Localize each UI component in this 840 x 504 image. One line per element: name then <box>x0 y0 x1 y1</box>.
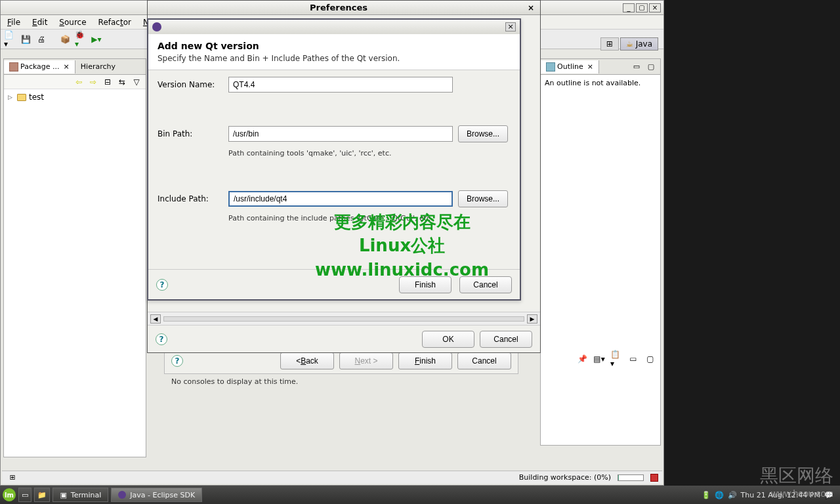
taskbar-eclipse[interactable]: Java - Eclipse SDK <box>111 488 202 502</box>
show-desktop-button[interactable]: ▭ <box>18 488 32 502</box>
bin-path-label: Bin Path: <box>158 129 223 138</box>
java-perspective[interactable]: ☕ Java <box>620 37 658 51</box>
package-tree[interactable]: ▷ test <box>4 89 146 457</box>
finish-button[interactable]: Finish <box>398 352 452 369</box>
next-button[interactable]: Next > <box>339 352 393 369</box>
package-tab-label: Package ... <box>20 62 60 71</box>
dialog-heading: Add new Qt version <box>158 41 511 51</box>
pin-console-icon[interactable]: 📌 <box>576 352 589 366</box>
build-icon[interactable]: 📦 <box>58 33 72 46</box>
link-icon[interactable]: ⇆ <box>116 75 129 89</box>
close-tab-icon[interactable]: × <box>587 62 593 71</box>
include-path-label: Include Path: <box>158 194 223 203</box>
corner-watermark: 黑区网络 www.heou.com <box>760 463 833 499</box>
menu-edit[interactable]: Edit <box>28 16 51 28</box>
maximize-button[interactable]: ▢ <box>636 3 648 12</box>
menu-refactor[interactable]: Refactor <box>94 16 135 28</box>
status-text: Building workspace: (0%) <box>519 473 611 482</box>
run-icon[interactable]: ▶▾ <box>90 33 103 46</box>
horizontal-scrollbar[interactable]: ◀ ▶ <box>148 312 540 325</box>
display-console-icon[interactable]: ▤▾ <box>593 352 606 366</box>
fastview-icon[interactable]: ⊞ <box>6 471 19 484</box>
tray-icon[interactable]: 🌐 <box>715 491 724 499</box>
dialog-header: Add new Qt version Specify the Name and … <box>148 34 520 70</box>
back-icon[interactable]: ⇦ <box>72 75 85 89</box>
corner-watermark-text: 黑区网络 <box>760 465 833 486</box>
debug-icon[interactable]: 🐞▾ <box>74 33 87 46</box>
collapse-icon[interactable]: ⊟ <box>101 75 114 89</box>
maximize-view-icon[interactable]: ▢ <box>644 60 658 74</box>
terminal-icon: ▣ <box>60 491 66 499</box>
open-console-icon[interactable]: 📋▾ <box>610 352 623 366</box>
qt-form: Version Name: Bin Path: Browse... Path c… <box>148 70 520 229</box>
tree-item-label: test <box>29 93 44 102</box>
cancel-button[interactable]: Cancel <box>457 352 511 369</box>
watermark-line1: 更多精彩内容尽在 <box>315 210 489 234</box>
console-message: No consoles to display at this time. <box>171 377 298 386</box>
hierarchy-tab-label: Hierarchy <box>81 62 116 71</box>
max-console-icon[interactable]: ▢ <box>644 352 657 366</box>
outline-tab-label: Outline <box>557 62 583 71</box>
taskbar-terminal[interactable]: ▣ Terminal <box>52 488 108 502</box>
tray-icon[interactable]: 🔊 <box>728 491 737 499</box>
minimize-button[interactable]: _ <box>623 3 635 12</box>
tree-item-test[interactable]: ▷ test <box>7 92 143 102</box>
menu-file[interactable]: File <box>3 16 24 28</box>
print-icon[interactable]: 🖨 <box>35 33 48 46</box>
eclipse-icon <box>118 491 126 499</box>
min-console-icon[interactable]: ▭ <box>627 352 640 366</box>
open-perspective-button[interactable]: ⊞ <box>600 37 619 51</box>
task-label: Terminal <box>71 491 102 499</box>
new-icon[interactable]: 📄▾ <box>3 33 16 46</box>
view-menu-icon[interactable]: ▽ <box>130 75 143 89</box>
task-label: Java - Eclipse SDK <box>130 491 195 499</box>
save-icon[interactable]: 💾 <box>19 33 32 46</box>
browse-include-button[interactable]: Browse... <box>458 190 508 207</box>
qt-dialog-titlebar[interactable]: × <box>148 20 520 34</box>
minimize-view-icon[interactable]: ▭ <box>630 60 643 74</box>
watermark-line2: Linux公社 <box>315 234 489 257</box>
package-explorer-view: Package ... × Hierarchy ⇦ ⇨ ⊟ ⇆ ▽ ▷ test <box>3 58 146 457</box>
close-icon[interactable]: × <box>526 3 536 12</box>
expand-arrow-icon[interactable]: ▷ <box>8 94 14 100</box>
package-explorer-toolbar: ⇦ ⇨ ⊟ ⇆ ▽ <box>4 75 146 89</box>
menu-source[interactable]: Source <box>55 16 90 28</box>
cancel-button[interactable]: Cancel <box>480 331 532 348</box>
close-icon[interactable]: × <box>505 22 516 32</box>
bin-path-input[interactable] <box>228 126 453 142</box>
browse-bin-button[interactable]: Browse... <box>458 125 508 142</box>
back-button[interactable]: < Back <box>280 352 334 369</box>
help-icon[interactable]: ? <box>156 279 168 291</box>
include-path-input[interactable] <box>228 191 453 207</box>
hierarchy-tab[interactable]: Hierarchy <box>75 60 121 73</box>
taskbar: lm ▭ 📁 ▣ Terminal Java - Eclipse SDK 🔋 🌐… <box>0 486 840 504</box>
ok-button[interactable]: OK <box>422 331 474 348</box>
scroll-right-icon[interactable]: ▶ <box>527 314 537 324</box>
watermark-line3: www.linuxidc.com <box>315 258 489 282</box>
eclipse-logo-icon <box>152 22 161 32</box>
close-button[interactable]: × <box>649 3 661 12</box>
watermark-overlay: 更多精彩内容尽在 Linux公社 www.linuxidc.com <box>315 210 489 282</box>
help-icon[interactable]: ? <box>156 333 167 345</box>
project-folder-icon <box>17 94 26 101</box>
dialog-subheading: Specify the Name and Bin + Include Pathe… <box>158 54 511 63</box>
preferences-titlebar[interactable]: Preferences × <box>148 1 540 15</box>
perspective-switcher: ⊞ ☕ Java <box>600 36 658 52</box>
close-tab-icon[interactable]: × <box>64 62 70 71</box>
help-icon[interactable]: ? <box>171 355 183 367</box>
forward-icon[interactable]: ⇨ <box>87 75 100 89</box>
mint-menu-button[interactable]: lm <box>3 488 16 501</box>
package-explorer-tab[interactable]: Package ... × <box>4 60 75 74</box>
perspective-label: Java <box>636 39 652 49</box>
scroll-track[interactable] <box>163 316 524 322</box>
outline-tab[interactable]: Outline × <box>541 60 599 74</box>
outline-view: Outline × ▭ ▢ An outline is not availabl… <box>540 58 661 446</box>
outline-content: An outline is not available. <box>541 75 660 91</box>
stop-build-button[interactable] <box>650 474 658 482</box>
corner-watermark-url: www.heou.com <box>760 488 833 499</box>
scroll-left-icon[interactable]: ◀ <box>150 314 161 324</box>
tray-icon[interactable]: 🔋 <box>702 491 711 499</box>
preferences-title: Preferences <box>152 3 526 12</box>
version-name-input[interactable] <box>228 77 453 93</box>
file-manager-button[interactable]: 📁 <box>34 488 50 502</box>
